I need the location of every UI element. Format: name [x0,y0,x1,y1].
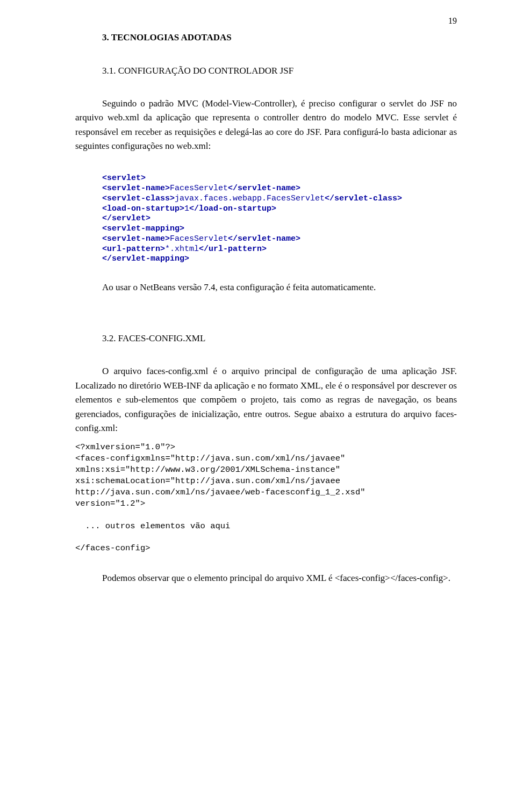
paragraph-3-1-note: Ao usar o NetBeans versão 7.4, esta conf… [75,281,457,294]
paragraph-3-2-note: Podemos observar que o elemento principa… [75,571,457,585]
subsection-3-1-title: 3.1. CONFIGURAÇÃO DO CONTROLADOR JSF [102,66,457,76]
page-number: 19 [448,16,457,26]
section-title: 3. TECNOLOGIAS ADOTADAS [102,32,457,43]
code-block-facesconfig: <?xmlversion="1.0"?> <faces-configxmlns=… [75,442,457,554]
paragraph-3-1-intro: Seguindo o padrão MVC (Model-View-Contro… [75,97,457,153]
paragraph-3-2-intro: O arquivo faces-config.xml é o arquivo p… [75,364,457,435]
code-block-webxml: <servlet> <servlet-name>FacesServlet</se… [102,174,457,264]
subsection-3-2-title: 3.2. FACES-CONFIG.XML [102,333,457,344]
